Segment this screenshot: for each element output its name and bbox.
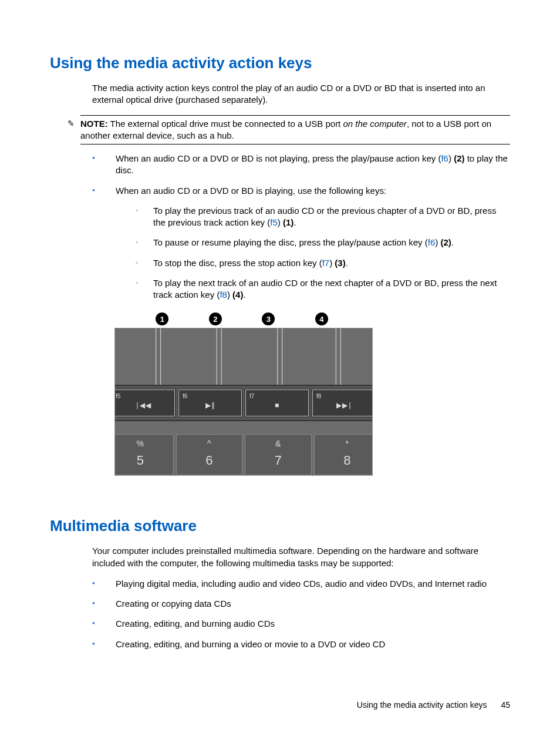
callout-ref: (2) — [440, 237, 451, 247]
bullet-list-1: When an audio CD or a DVD or BD is not p… — [92, 153, 510, 301]
function-key-ref: f6 — [441, 153, 448, 163]
text-pre: To play the next track of an audio CD or… — [153, 278, 497, 300]
callout-badge-1: 1 — [156, 312, 168, 325]
list-item: To pause or resume playing the disc, pre… — [136, 237, 510, 248]
text-pre: When an audio CD or a DVD or BD is not p… — [116, 153, 441, 163]
callout-badge-3: 3 — [262, 312, 275, 325]
list-item: To stop the disc, press the stop action … — [136, 257, 510, 269]
key-f5-prev-track: f5∣◀◀ — [114, 389, 175, 416]
list-item: When an audio CD or a DVD or BD is playi… — [92, 185, 510, 301]
text-post: . — [451, 237, 454, 247]
key-6: ^6 — [176, 434, 243, 475]
list-item: To play the previous track of an audio C… — [136, 205, 510, 229]
key-f8-next-track: f8▶▶∣ — [312, 389, 373, 416]
text-post: . — [294, 217, 296, 227]
key-f7-stop: f7■ — [245, 389, 309, 416]
callout-ref: (4) — [232, 290, 243, 300]
text-mid: ) — [448, 153, 454, 163]
list-item: Creating, editing, and burning a video o… — [92, 639, 510, 650]
text: When an audio CD or a DVD or BD is playi… — [116, 186, 386, 196]
text-pre: To stop the disc, press the stop action … — [153, 258, 322, 268]
text-pre: To pause or resume playing the disc, pre… — [153, 237, 428, 247]
section-heading-2: Multimedia software — [50, 516, 510, 536]
text-mid: ) — [227, 290, 232, 300]
note-label: NOTE: — [80, 119, 108, 129]
list-item: When an audio CD or a DVD or BD is not p… — [92, 153, 510, 177]
callout-ref: (3) — [335, 258, 345, 268]
list-item: To play the next track of an audio CD or… — [136, 277, 510, 301]
key-f6-play-pause: f6▶∥ — [178, 389, 242, 416]
play-pause-icon: ▶∥ — [179, 401, 241, 410]
text-mid: ) — [278, 217, 283, 227]
note-text-pre: The external optical drive must be conne… — [110, 119, 343, 129]
sub-bullet-list: To play the previous track of an audio C… — [136, 205, 510, 301]
text-post: . — [243, 290, 245, 300]
section-heading-1: Using the media activity action keys — [50, 53, 510, 73]
note-icon: ✎ — [68, 118, 75, 129]
text-mid: ) — [329, 258, 335, 268]
prev-track-icon: ∣◀◀ — [114, 401, 174, 410]
next-track-icon: ▶▶∣ — [313, 401, 373, 410]
note-emphasis: on the computer — [343, 119, 406, 129]
function-key-ref: f6 — [428, 237, 436, 247]
list-item: Creating or copying data CDs — [92, 598, 510, 610]
note-block: ✎ NOTE: The external optical drive must … — [80, 115, 510, 145]
callout-badge-2: 2 — [209, 312, 222, 325]
text-post: . — [346, 258, 348, 268]
callout-badge-4: 4 — [315, 312, 328, 325]
callout-ref: (2) — [454, 153, 464, 163]
keyboard-diagram: 1 2 3 4 f5∣◀◀ f6▶∥ f7■ f8▶▶∣ %5 ^6 &7 — [114, 312, 373, 476]
intro-paragraph-2: Your computer includes preinstalled mult… — [92, 545, 510, 569]
intro-paragraph: The media activity action keys control t… — [92, 82, 510, 106]
function-key-ref: f8 — [220, 290, 227, 300]
function-key-ref: f5 — [270, 217, 278, 227]
key-7: &7 — [245, 434, 312, 475]
leader-lines — [115, 328, 372, 385]
text-pre: To play the previous track of an audio C… — [153, 206, 496, 227]
list-item: Creating, editing, and burning audio CDs — [92, 618, 510, 630]
callout-ref: (1) — [283, 217, 294, 227]
bullet-list-2: Playing digital media, including audio a… — [92, 578, 510, 650]
list-item: Playing digital media, including audio a… — [92, 578, 510, 590]
stop-icon: ■ — [246, 401, 308, 410]
key-8: *8 — [314, 434, 373, 475]
key-5: %5 — [114, 434, 174, 475]
function-key-ref: f7 — [322, 258, 330, 268]
